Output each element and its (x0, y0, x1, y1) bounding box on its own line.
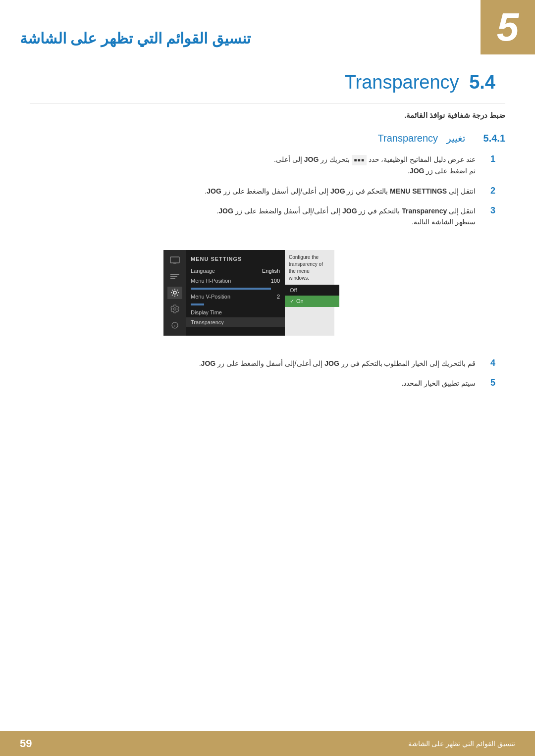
svg-rect-2 (170, 274, 179, 275)
footer-text: تنسيق القوائم التي تظهر على الشاشة (408, 740, 515, 748)
menu-settings-header: MENU SETTINGS (186, 254, 285, 266)
main-content: 5.4 Transparency ضبط درجة شفافية نوافذ ا… (0, 62, 535, 438)
menu-icon-settings (167, 287, 182, 299)
svg-point-5 (173, 291, 176, 294)
menu-row-language: Language English (186, 266, 285, 276)
step-4-number: 4 (481, 358, 495, 368)
subsection-title-name: Transparency (378, 133, 438, 144)
footer-page-number: 59 (20, 737, 32, 750)
svg-rect-4 (170, 278, 175, 279)
vposition-bar (191, 303, 204, 305)
divider (30, 103, 505, 103)
section-title-text: Transparency (345, 72, 459, 93)
menu-row-displaytime-label: Display Time (191, 309, 222, 315)
menu-main-panel: MENU SETTINGS Language English Menu H-Po… (186, 250, 285, 336)
step-2-number: 2 (481, 186, 495, 196)
svg-point-6 (173, 308, 176, 310)
menu-row-language-label: Language (191, 268, 215, 274)
menu-dropdown: Off ✓ On (285, 285, 339, 307)
subsection-title: 5.4.1 تغيير Transparency (30, 132, 505, 144)
chapter-title: تنسيق القوائم التي تظهر على الشاشة (20, 15, 310, 52)
menu-row-hposition-label: Menu H-Position (191, 278, 231, 284)
chapter-block: 5 (481, 0, 535, 54)
step-5: 5 سيتم تطبيق الخيار المحدد. (40, 378, 495, 389)
menu-row-transparency: Transparency (186, 317, 285, 327)
menu-row-vposition-value: 2 (277, 294, 280, 300)
subsection-number: 5.4.1 (483, 133, 505, 144)
page-header: تنسيق القوائم التي تظهر على الشاشة 5 (0, 0, 535, 62)
steps-container: 1 عند عرض دليل المفاتيح الوظيفية، حدد ▪▪… (30, 154, 505, 228)
page-footer: تنسيق القوائم التي تظهر على الشاشة 59 (0, 731, 535, 756)
menu-row-vposition-label: Menu V-Position (191, 294, 230, 300)
svg-rect-0 (170, 257, 179, 263)
menu-row-hposition-value: 100 (271, 278, 280, 284)
chapter-number: 5 (497, 7, 519, 47)
menu-icon-gear (167, 303, 182, 315)
svg-rect-1 (173, 263, 176, 264)
step-2-text: انتقل إلى MENU SETTINGS بالتحكم في زر JO… (205, 186, 476, 197)
step-2: 2 انتقل إلى MENU SETTINGS بالتحكم في زر … (40, 186, 495, 197)
menu-screenshot-container: i MENU SETTINGS Language English Menu H-… (30, 238, 505, 348)
section-description: ضبط درجة شفافية نوافذ القائمة. (30, 111, 505, 120)
svg-rect-3 (170, 276, 177, 277)
menu-row-language-value: English (262, 268, 280, 274)
menu-row-transparency-label: Transparency (191, 319, 224, 325)
section-number: 5.4 (469, 72, 495, 93)
dropdown-item-on: ✓ On (285, 296, 339, 307)
step-3-number: 3 (481, 205, 495, 216)
step-5-number: 5 (481, 378, 495, 388)
menu-icon-brightness (167, 270, 182, 283)
step-1-text: عند عرض دليل المفاتيح الوظيفية، حدد ▪▪▪ … (274, 154, 476, 177)
hposition-bar (191, 288, 271, 290)
step-3-text: انتقل إلى Transparency بالتحكم في زر JOG… (216, 205, 476, 228)
steps-container-2: 4 قم بالتحريك إلى الخيار المطلوب بالتحكم… (30, 358, 505, 389)
dropdown-item-off: Off (285, 285, 339, 296)
subsection-title-prefix: تغيير (446, 133, 466, 144)
step-5-text: سيتم تطبيق الخيار المحدد. (401, 378, 476, 389)
menu-icon-display (167, 254, 182, 266)
step-3: 3 انتقل إلى Transparency بالتحكم في زر J… (40, 205, 495, 228)
svg-text:i: i (174, 324, 175, 328)
menu-screenshot: i MENU SETTINGS Language English Menu H-… (163, 250, 372, 336)
menu-icons: i (163, 250, 186, 336)
step-4-text: قم بالتحريك إلى الخيار المطلوب بالتحكم ف… (199, 358, 476, 369)
step-4: 4 قم بالتحريك إلى الخيار المطلوب بالتحكم… (40, 358, 495, 369)
section-title: 5.4 Transparency (30, 72, 505, 93)
step-1: 1 عند عرض دليل المفاتيح الوظيفية، حدد ▪▪… (40, 154, 495, 177)
menu-icon-info: i (167, 319, 182, 332)
menu-row-hposition: Menu H-Position 100 (186, 276, 285, 286)
menu-row-vposition: Menu V-Position 2 (186, 292, 285, 302)
step-1-number: 1 (481, 154, 495, 164)
menu-row-displaytime: Display Time (186, 307, 285, 317)
